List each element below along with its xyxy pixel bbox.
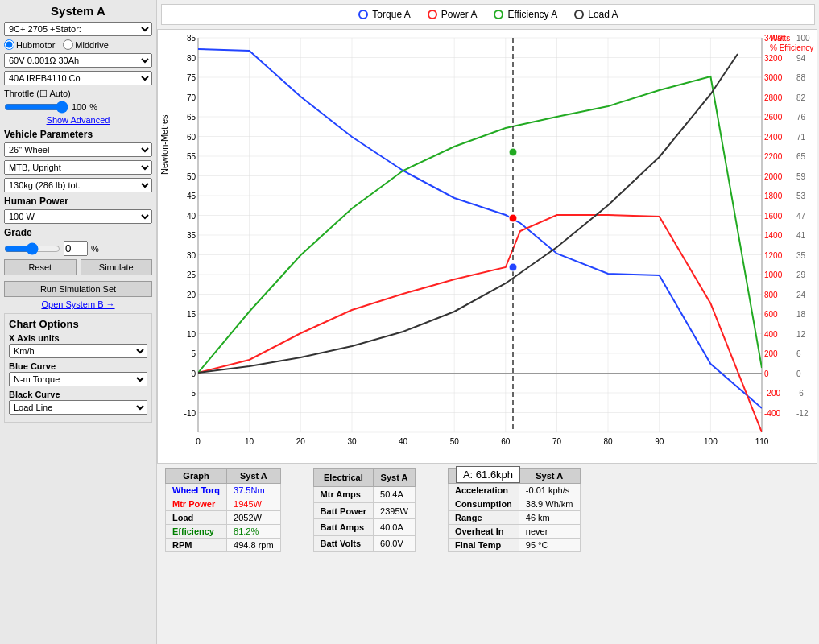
simulate-button[interactable]: Simulate [81, 259, 153, 275]
load-label: Load [166, 511, 227, 525]
batt-power-value: 2395W [374, 503, 416, 519]
svg-text:35: 35 [796, 251, 806, 260]
table-row: Batt Power 2395W [313, 503, 415, 519]
batt-volts-label: Batt Volts [313, 535, 373, 551]
human-power-label: Human Power [4, 196, 152, 207]
svg-text:200: 200 [764, 349, 778, 358]
rpm-label: RPM [166, 539, 227, 552]
svg-text:80: 80 [187, 54, 196, 63]
svg-text:90: 90 [655, 437, 664, 446]
grade-unit: % [91, 244, 99, 254]
vehicle-params-label: Vehicle Parameters [4, 129, 152, 140]
svg-text:76: 76 [796, 113, 806, 122]
svg-text:10: 10 [245, 437, 254, 446]
load-value: 2052W [227, 511, 281, 525]
svg-text:15: 15 [187, 310, 196, 319]
svg-text:94: 94 [796, 54, 806, 63]
final-temp-label: Final Temp [448, 539, 519, 552]
svg-text:0: 0 [196, 437, 201, 446]
svg-text:-6: -6 [796, 389, 804, 398]
svg-text:-12: -12 [796, 409, 809, 418]
svg-text:30: 30 [347, 437, 357, 446]
svg-point-118 [509, 263, 517, 271]
svg-text:85: 85 [187, 34, 196, 43]
svg-text:2600: 2600 [764, 113, 783, 122]
weight-select[interactable]: 130kg (286 lb) tot. [4, 178, 152, 192]
svg-text:0: 0 [796, 369, 801, 378]
svg-text:40: 40 [399, 437, 408, 446]
mtr-power-label: Mtr Power [166, 497, 227, 511]
legend-power: Power A [427, 9, 478, 20]
svg-text:50: 50 [187, 172, 196, 181]
open-system-b-link[interactable]: Open System B → [4, 299, 152, 309]
svg-text:20: 20 [187, 291, 196, 299]
svg-text:88: 88 [796, 73, 806, 82]
x-axis-label: X Axis units [9, 333, 147, 343]
system-title: System A [4, 4, 152, 18]
svg-text:20: 20 [296, 437, 306, 446]
table-row: Range 46 km [448, 511, 580, 525]
chart-container[interactable]: Newton-Metres Watts % Efficiency [157, 29, 819, 464]
grade-input[interactable] [64, 241, 88, 256]
show-advanced-link[interactable]: Show Advanced [4, 115, 152, 125]
svg-text:1600: 1600 [764, 212, 783, 221]
x-axis-select[interactable]: Km/h [9, 344, 147, 358]
svg-text:% Efficiency: % Efficiency [770, 43, 813, 52]
throttle-value: 100 [72, 102, 86, 112]
batt-volts-value: 60.0V [374, 535, 416, 551]
legend-torque: Torque A [358, 9, 410, 20]
svg-text:47: 47 [796, 212, 806, 221]
table-row: Acceleration -0.01 kph/s [448, 484, 580, 497]
throttle-slider[interactable] [4, 101, 68, 114]
svg-text:53: 53 [796, 192, 806, 200]
svg-text:1800: 1800 [764, 192, 783, 200]
svg-text:1000: 1000 [764, 270, 783, 279]
svg-text:71: 71 [796, 133, 806, 142]
table-row: Final Temp 95 °C [448, 539, 580, 552]
battery-select[interactable]: 60V 0.001Ω 30Ah [4, 53, 152, 68]
svg-text:Newton-Metres: Newton-Metres [159, 114, 169, 175]
wheel-torq-label: Wheel Torq [166, 484, 227, 497]
svg-text:5: 5 [191, 349, 196, 358]
svg-text:-200: -200 [764, 389, 780, 398]
acceleration-label: Acceleration [448, 484, 519, 497]
svg-text:70: 70 [552, 437, 562, 446]
svg-point-1 [428, 10, 436, 19]
svg-text:600: 600 [764, 310, 778, 319]
svg-text:60: 60 [501, 437, 511, 446]
svg-text:24: 24 [796, 291, 806, 299]
svg-point-117 [509, 214, 517, 222]
style-select[interactable]: MTB, Upright [4, 160, 152, 175]
svg-text:18: 18 [796, 310, 806, 319]
svg-point-2 [494, 10, 503, 19]
svg-text:25: 25 [187, 270, 196, 279]
blue-curve-select[interactable]: N-m Torque [9, 372, 147, 386]
svg-text:110: 110 [755, 437, 769, 446]
svg-text:2400: 2400 [764, 133, 783, 142]
rpm-value: 494.8 rpm [227, 539, 281, 552]
black-curve-select[interactable]: Load Line [9, 400, 147, 415]
wheel-select[interactable]: 26" Wheel [4, 142, 152, 157]
svg-text:3000: 3000 [764, 73, 783, 82]
reset-button[interactable]: Reset [4, 259, 77, 275]
run-sim-set-button[interactable]: Run Simulation Set [4, 281, 152, 297]
middrive-radio[interactable]: Middrive [63, 39, 109, 50]
svg-text:10: 10 [187, 330, 196, 339]
svg-text:30: 30 [187, 251, 196, 260]
svg-text:12: 12 [796, 330, 806, 339]
svg-text:29: 29 [796, 270, 806, 279]
motor-select[interactable]: 9C+ 2705 +Stator: [4, 22, 152, 36]
svg-text:800: 800 [764, 291, 778, 299]
svg-text:-10: -10 [184, 409, 196, 418]
svg-text:35: 35 [187, 231, 196, 240]
legend-efficiency: Efficiency A [493, 9, 557, 20]
svg-text:75: 75 [187, 73, 196, 82]
human-power-select[interactable]: 100 W [4, 209, 152, 224]
svg-text:3200: 3200 [764, 54, 783, 63]
range-label: Range [448, 511, 519, 525]
overheat-in-value: never [519, 525, 580, 539]
svg-point-0 [359, 10, 367, 19]
grade-slider[interactable] [4, 242, 60, 255]
controller-select[interactable]: 40A IRFB4110 Co [4, 71, 152, 85]
hubmotor-radio[interactable]: Hubmotor [4, 39, 55, 50]
